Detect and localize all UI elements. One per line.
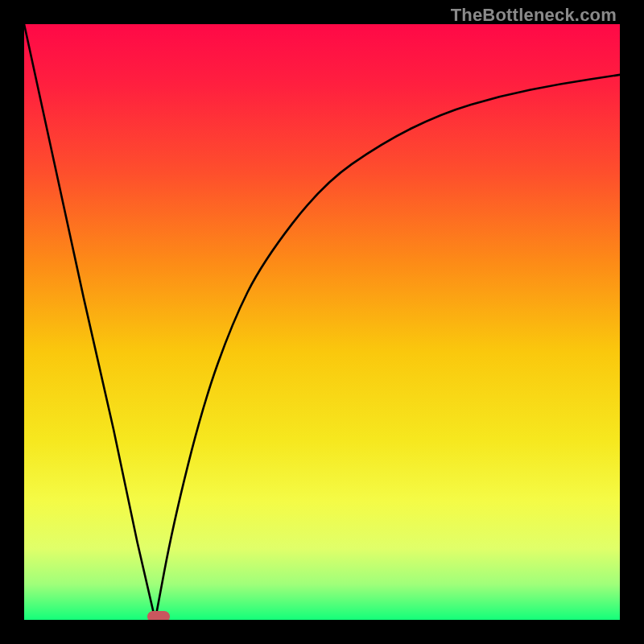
plot-area: [24, 24, 620, 620]
curve-right-branch: [155, 75, 620, 620]
curve-left-branch: [24, 24, 155, 620]
min-marker: [147, 611, 170, 620]
curve-layer: [24, 24, 620, 620]
watermark-text: TheBottleneck.com: [451, 5, 617, 26]
chart-frame: TheBottleneck.com: [0, 0, 644, 644]
